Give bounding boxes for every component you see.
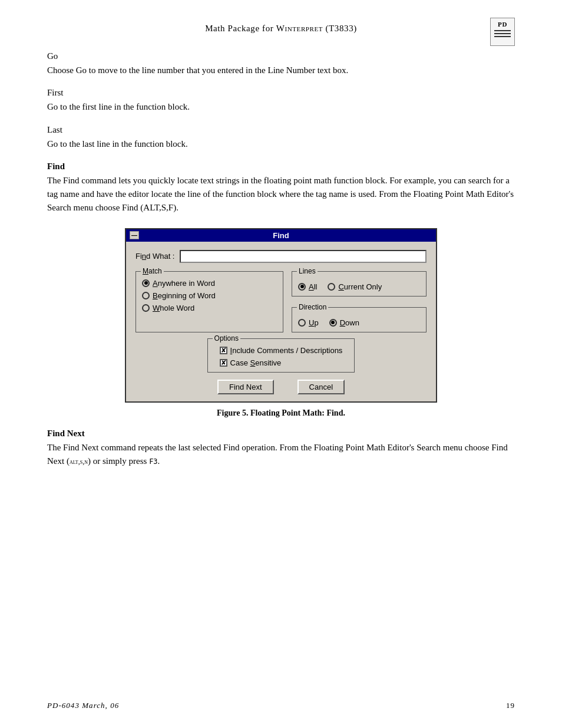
- find-dialog-body: Find What : Match Anywhere in Word: [126, 242, 436, 401]
- find-title: Find: [47, 162, 515, 172]
- lines-all-radio[interactable]: [298, 283, 306, 291]
- find-dialog: — Find Find What : Match: [125, 228, 437, 403]
- find-dialog-titlebar: — Find: [126, 229, 436, 242]
- wholeword-radio-row[interactable]: Whole Word: [142, 304, 277, 312]
- lines-all-row[interactable]: All: [298, 282, 317, 291]
- dialog-buttons: Find Next Cancel: [135, 380, 427, 394]
- page: Math Package for Winterpret (T3833) PD G…: [0, 0, 562, 728]
- case-sensitive-checkbox[interactable]: ✘: [220, 359, 227, 367]
- direction-group: Direction Up Down: [292, 307, 427, 332]
- first-section: First Go to the first line in the functi…: [47, 88, 515, 114]
- find-next-section: Find Next The Find Next command repeats …: [47, 429, 515, 469]
- pd-line-3: [494, 36, 511, 37]
- direction-down-radio[interactable]: [329, 319, 337, 327]
- beginning-label: Beginning of Word: [153, 291, 216, 300]
- match-group-label: Match: [141, 267, 164, 275]
- groups-row: Match Anywhere in Word Beginning of Word: [135, 271, 427, 332]
- header-smallcaps: Winterpret: [276, 24, 323, 33]
- last-title: Last: [47, 125, 515, 135]
- header-suffix: (T3833): [323, 24, 357, 33]
- page-footer: PD-6043 March, 06 19: [47, 701, 515, 710]
- beginning-radio-row[interactable]: Beginning of Word: [142, 291, 277, 300]
- include-comments-label: Include Comments / Descriptions: [230, 346, 343, 355]
- cancel-button[interactable]: Cancel: [297, 380, 345, 394]
- direction-up-label: Up: [309, 318, 319, 327]
- case-sensitive-row[interactable]: ✘ Case Sensitive: [220, 358, 343, 367]
- options-section: Options ✘ Include Comments / Description…: [135, 338, 427, 373]
- direction-inline: Up Down: [298, 315, 420, 327]
- find-next-button[interactable]: Find Next: [217, 380, 274, 394]
- find-next-title: Find Next: [47, 429, 515, 439]
- lines-inline: All Current Only: [298, 279, 420, 291]
- include-comments-checkbox[interactable]: ✘: [220, 347, 227, 354]
- beginning-radio[interactable]: [142, 292, 150, 299]
- go-body: Choose Go to move to the line number tha…: [47, 64, 515, 77]
- find-next-body: The Find Next command repeats the last s…: [47, 441, 515, 469]
- dialog-minimize-icon[interactable]: —: [130, 231, 139, 239]
- find-body: The Find command lets you quickly locate…: [47, 174, 515, 215]
- page-header: Math Package for Winterpret (T3833) PD: [47, 24, 515, 34]
- include-comments-row[interactable]: ✘ Include Comments / Descriptions: [220, 346, 343, 355]
- lines-all-label: All: [309, 282, 317, 291]
- last-body: Go to the last line in the function bloc…: [47, 137, 515, 151]
- find-what-label: Find What :: [135, 252, 175, 261]
- options-box-label: Options: [213, 334, 240, 342]
- find-what-input[interactable]: [180, 250, 427, 263]
- direction-up-radio[interactable]: [298, 319, 306, 327]
- first-title: First: [47, 88, 515, 98]
- header-title-text: Math Package for: [205, 24, 276, 33]
- lines-group-label: Lines: [297, 267, 318, 275]
- direction-up-row[interactable]: Up: [298, 318, 319, 327]
- case-sensitive-label: Case Sensitive: [230, 358, 282, 367]
- pd-icon-label: PD: [498, 21, 507, 28]
- direction-down-label: Down: [340, 318, 359, 327]
- find-what-row: Find What :: [135, 250, 427, 263]
- find-section: Find The Find command lets you quickly l…: [47, 162, 515, 215]
- footer-left: PD-6043 March, 06: [47, 701, 119, 710]
- go-section: Go Choose Go to move to the line number …: [47, 51, 515, 77]
- find-dialog-wrapper: — Find Find What : Match: [47, 228, 515, 403]
- pd-line-2: [494, 33, 511, 34]
- lines-current-label: Current Only: [338, 282, 382, 291]
- wholeword-radio[interactable]: [142, 304, 150, 312]
- direction-group-label: Direction: [297, 303, 328, 311]
- match-group: Match Anywhere in Word Beginning of Word: [135, 271, 283, 332]
- go-title: Go: [47, 51, 515, 61]
- options-box: Options ✘ Include Comments / Description…: [207, 338, 355, 373]
- dialog-title: Find: [273, 231, 289, 240]
- anywhere-radio[interactable]: [142, 279, 150, 287]
- pd-icon-lines: [494, 30, 511, 37]
- footer-right: 19: [506, 701, 515, 710]
- direction-down-row[interactable]: Down: [329, 318, 359, 327]
- figure-caption: Figure 5. Floating Point Math: Find.: [47, 409, 515, 418]
- lines-current-row[interactable]: Current Only: [328, 282, 382, 291]
- first-body: Go to the first line in the function blo…: [47, 100, 515, 114]
- lines-current-radio[interactable]: [328, 283, 335, 291]
- wholeword-label: Whole Word: [153, 304, 194, 312]
- anywhere-radio-row[interactable]: Anywhere in Word: [142, 279, 277, 288]
- last-section: Last Go to the last line in the function…: [47, 125, 515, 151]
- lines-group: Lines All Current Only: [292, 271, 427, 297]
- anywhere-label: Anywhere in Word: [153, 279, 215, 288]
- pd-icon: PD: [490, 18, 515, 46]
- pd-line-1: [494, 30, 511, 31]
- header-title: Math Package for Winterpret (T3833): [205, 24, 357, 34]
